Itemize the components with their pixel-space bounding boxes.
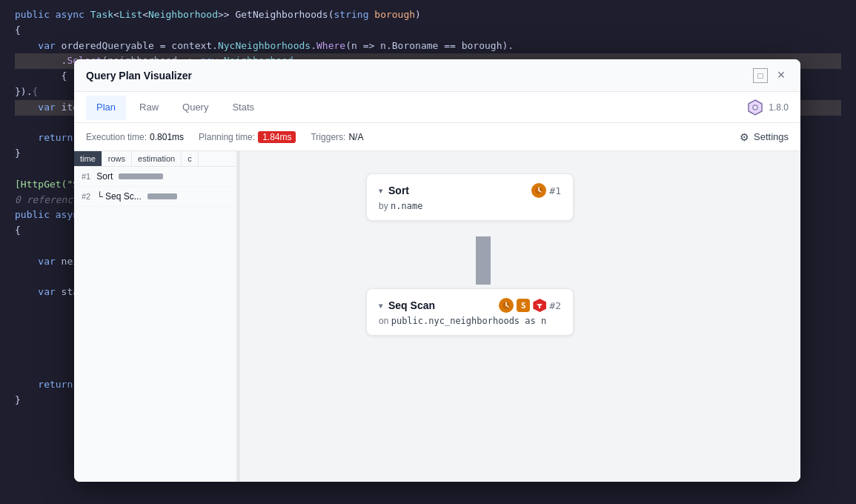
version-icon — [746, 99, 764, 116]
version-label: 1.8.0 — [769, 102, 789, 113]
sort-label: Sort — [388, 185, 409, 196]
row-bar-sort — [119, 173, 163, 179]
connector-line — [476, 236, 491, 285]
seq-scan-table-value: public.nyc_neighborhoods as n — [391, 316, 547, 326]
maximize-icon: □ — [757, 70, 763, 81]
col-estimation: estimation — [132, 151, 182, 166]
col-time: time — [74, 151, 102, 166]
seq-scan-node-header: ▾ Seq Scan — [379, 298, 561, 313]
seq-clock-icon — [501, 300, 511, 311]
clock-icon — [534, 185, 544, 196]
seq-s-badge: S — [517, 299, 530, 312]
modal-infobar: Execution time: 0.801ms Planning time: 1… — [74, 123, 800, 151]
modal-titlebar: Query Plan Visualizer □ × — [74, 59, 800, 92]
filter-icon — [535, 301, 544, 310]
tab-raw[interactable]: Raw — [129, 96, 169, 120]
execution-time: Execution time: 0.801ms — [86, 132, 184, 142]
sort-by-value: n.name — [391, 201, 422, 211]
sort-node[interactable]: ▾ Sort — [366, 173, 574, 221]
svg-point-2 — [754, 106, 757, 109]
right-panel: ▾ Sort — [240, 151, 800, 482]
sort-node-number: #1 — [549, 185, 561, 196]
row-name-sort: Sort — [96, 171, 113, 182]
seq-scan-node-subtitle: on public.nyc_neighborhoods as n — [379, 316, 561, 326]
planning-label: Planning time: — [199, 132, 255, 142]
seq-scan-node-number: #2 — [549, 300, 561, 311]
sort-node-subtitle: by n.name — [379, 201, 561, 211]
seq-scan-node-title: ▾ Seq Scan — [379, 299, 435, 311]
planning-time: Planning time: 1.84ms — [199, 131, 296, 143]
tab-stats[interactable]: Stats — [222, 96, 265, 120]
triggers-label: Triggers: — [311, 132, 345, 142]
seq-scan-on-label: on — [379, 316, 391, 326]
row-name-seqscan: └ Seq Sc... — [96, 191, 142, 202]
version-display: 1.8.0 — [746, 99, 789, 116]
plan-diagram: ▾ Sort — [240, 151, 800, 482]
code-line-3: var orderedQueryable = context.NycNeighb… — [15, 39, 841, 54]
col-rows: rows — [102, 151, 132, 166]
seq-scan-badges: S #2 — [499, 298, 561, 313]
query-plan-modal: Query Plan Visualizer □ × Plan Raw Query… — [74, 59, 800, 482]
seq-clock-badge — [499, 298, 514, 313]
row-bar-seqscan — [147, 193, 177, 199]
seq-scan-node[interactable]: ▾ Seq Scan — [366, 288, 574, 336]
titlebar-controls: □ × — [753, 68, 789, 83]
settings-button[interactable]: ⚙ Settings — [740, 131, 789, 143]
seq-scan-collapse-icon: ▾ — [379, 302, 382, 310]
sort-node-header: ▾ Sort — [379, 183, 561, 198]
sort-collapse-icon: ▾ — [379, 187, 382, 195]
seq-scan-label: Seq Scan — [388, 299, 435, 311]
row-num-2: #2 — [82, 192, 90, 201]
row-num-1: #1 — [82, 172, 90, 181]
planning-value: 1.84ms — [258, 131, 296, 143]
col-c: c — [182, 151, 199, 166]
sort-clock-badge — [531, 183, 546, 198]
sort-by-label: by — [379, 201, 391, 211]
modal-body: time rows estimation c #1 Sort #2 └ Seq … — [74, 151, 800, 482]
triggers-info: Triggers: N/A — [311, 132, 363, 142]
execution-value: 0.801ms — [150, 132, 184, 142]
tab-plan[interactable]: Plan — [86, 96, 126, 120]
seq-filter-badge — [533, 299, 546, 312]
code-line-2: { — [15, 23, 841, 39]
settings-label: Settings — [754, 131, 789, 142]
close-icon: × — [777, 67, 786, 83]
plan-row-sort[interactable]: #1 Sort — [74, 167, 236, 187]
code-line-1: public async Task<List<Neighborhood>> Ge… — [15, 7, 841, 23]
panel-header: time rows estimation c — [74, 151, 236, 167]
plan-row-seqscan[interactable]: #2 └ Seq Sc... — [74, 187, 236, 207]
sort-node-title: ▾ Sort — [379, 185, 409, 196]
sort-badges: #1 — [531, 183, 561, 198]
settings-gear-icon: ⚙ — [740, 131, 749, 143]
modal-tabs: Plan Raw Query Stats 1.8.0 — [74, 92, 800, 123]
left-panel: time rows estimation c #1 Sort #2 └ Seq … — [74, 151, 237, 482]
execution-label: Execution time: — [86, 132, 147, 142]
maximize-button[interactable]: □ — [753, 68, 768, 83]
triggers-value: N/A — [348, 132, 363, 142]
tab-query[interactable]: Query — [172, 96, 219, 120]
close-button[interactable]: × — [774, 68, 789, 83]
modal-title: Query Plan Visualizer — [86, 70, 192, 82]
